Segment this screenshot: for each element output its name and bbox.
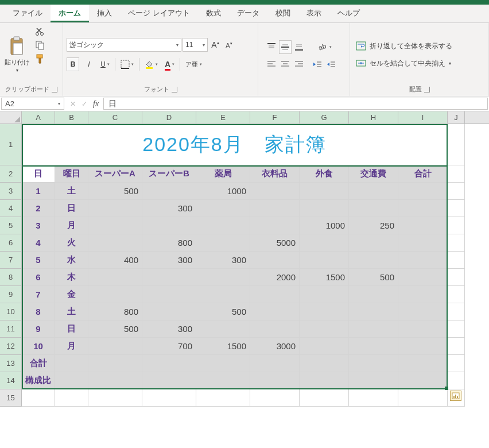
cell-C8[interactable]	[88, 269, 142, 286]
cell-B12[interactable]: 月	[55, 338, 88, 355]
cell-F3[interactable]	[250, 183, 300, 200]
cell-G9[interactable]	[300, 286, 349, 303]
cell-F8[interactable]: 2000	[250, 269, 300, 286]
cell-J11[interactable]	[448, 320, 465, 338]
cell-E9[interactable]	[196, 286, 250, 303]
header-交通費[interactable]: 交通費	[349, 165, 398, 183]
cell-A7[interactable]: 5	[22, 252, 55, 269]
select-all-corner[interactable]	[0, 111, 22, 123]
cell-I3[interactable]	[398, 183, 448, 200]
cell-E15[interactable]	[196, 389, 250, 407]
cell-D4[interactable]: 300	[142, 200, 196, 217]
align-left-button[interactable]	[265, 57, 278, 71]
tab-数式[interactable]: 数式	[198, 5, 229, 22]
cell-H7[interactable]	[349, 252, 398, 269]
cell-E11[interactable]	[196, 320, 250, 338]
cell-J10[interactable]	[448, 303, 465, 320]
cell-E8[interactable]	[196, 269, 250, 286]
cell-F13[interactable]	[250, 355, 300, 372]
cell-I4[interactable]	[398, 200, 448, 217]
row-header-12[interactable]: 12	[0, 338, 22, 355]
header-日[interactable]: 日	[22, 165, 55, 183]
cell-J9[interactable]	[448, 286, 465, 303]
bold-button[interactable]: B	[67, 57, 79, 71]
cell-I13[interactable]	[398, 355, 448, 372]
cell-B3[interactable]: 土	[55, 183, 88, 200]
cell-A5[interactable]: 3	[22, 217, 55, 234]
row-header-1[interactable]: 1	[0, 124, 22, 165]
cell-G3[interactable]	[300, 183, 349, 200]
cell-B9[interactable]: 金	[55, 286, 88, 303]
cell-H10[interactable]	[349, 303, 398, 320]
cell-B10[interactable]: 土	[55, 303, 88, 320]
cell-H9[interactable]	[349, 286, 398, 303]
cell-I12[interactable]	[398, 338, 448, 355]
header-衣料品[interactable]: 衣料品	[250, 165, 300, 183]
tab-データ[interactable]: データ	[229, 5, 267, 22]
cell-B4[interactable]: 日	[55, 200, 88, 217]
align-bottom-button[interactable]	[293, 40, 305, 54]
cell-B6[interactable]: 火	[55, 234, 88, 252]
increase-indent-button[interactable]	[325, 57, 337, 71]
cell-C6[interactable]	[88, 234, 142, 252]
cell-E10[interactable]: 500	[196, 303, 250, 320]
fill-color-button[interactable]: ▾	[143, 57, 160, 71]
cell-A14[interactable]: 構成比	[22, 372, 55, 389]
decrease-indent-button[interactable]	[311, 57, 324, 71]
cell-H8[interactable]: 500	[349, 269, 398, 286]
cell-G11[interactable]	[300, 320, 349, 338]
cell-I7[interactable]	[398, 252, 448, 269]
copy-button[interactable]	[34, 40, 46, 51]
borders-button[interactable]: ▾	[119, 57, 135, 71]
cell-H11[interactable]	[349, 320, 398, 338]
cell-J6[interactable]	[448, 234, 465, 252]
col-header-D[interactable]: D	[142, 111, 196, 123]
cell-F10[interactable]	[250, 303, 300, 320]
cell-H15[interactable]	[349, 389, 398, 407]
paste-button[interactable]: 貼り付け ▾	[3, 25, 31, 84]
ruby-button[interactable]: ア亜▾	[184, 57, 204, 71]
cell-D10[interactable]	[142, 303, 196, 320]
wrap-text-button[interactable]: 折り返して全体を表示する	[354, 38, 485, 53]
cell-A9[interactable]: 7	[22, 286, 55, 303]
cell-D15[interactable]	[142, 389, 196, 407]
cell-D9[interactable]	[142, 286, 196, 303]
cell-G6[interactable]	[300, 234, 349, 252]
cell-E3[interactable]: 1000	[196, 183, 250, 200]
cell-E5[interactable]	[196, 217, 250, 234]
row-header-6[interactable]: 6	[0, 234, 22, 252]
cell-A8[interactable]: 6	[22, 269, 55, 286]
decrease-font-button[interactable]: A▾	[223, 38, 235, 52]
cell-D5[interactable]	[142, 217, 196, 234]
cell-E12[interactable]: 1500	[196, 338, 250, 355]
cell-E7[interactable]: 300	[196, 252, 250, 269]
cell-G13[interactable]	[300, 355, 349, 372]
header-スーパーA[interactable]: スーパーA	[88, 165, 142, 183]
spreadsheet-grid[interactable]: ABCDEFGHIJ 123456789101112131415 2020年8月…	[0, 111, 489, 407]
cell-J8[interactable]	[448, 269, 465, 286]
title-cell[interactable]: 2020年8月 家計簿	[22, 124, 448, 165]
cell-A11[interactable]: 9	[22, 320, 55, 338]
tab-校閲[interactable]: 校閲	[267, 5, 298, 22]
cell-B8[interactable]: 木	[55, 269, 88, 286]
cell-A6[interactable]: 4	[22, 234, 55, 252]
cell-F6[interactable]: 5000	[250, 234, 300, 252]
row-header-13[interactable]: 13	[0, 355, 22, 372]
cell-F11[interactable]	[250, 320, 300, 338]
dialog-launcher-icon[interactable]	[172, 87, 177, 92]
cell-J14[interactable]	[448, 372, 465, 389]
cell-I8[interactable]	[398, 269, 448, 286]
cell-E13[interactable]	[196, 355, 250, 372]
cell-C11[interactable]: 500	[88, 320, 142, 338]
cell-E14[interactable]	[196, 372, 250, 389]
cell-J1[interactable]	[448, 124, 465, 165]
cell-I5[interactable]	[398, 217, 448, 234]
tab-挿入[interactable]: 挿入	[89, 5, 120, 22]
cell-B7[interactable]: 水	[55, 252, 88, 269]
cell-I14[interactable]	[398, 372, 448, 389]
cell-A4[interactable]: 2	[22, 200, 55, 217]
row-header-15[interactable]: 15	[0, 389, 22, 407]
header-スーパーB[interactable]: スーパーB	[142, 165, 196, 183]
col-header-H[interactable]: H	[349, 111, 398, 123]
cell-I15[interactable]	[398, 389, 448, 407]
